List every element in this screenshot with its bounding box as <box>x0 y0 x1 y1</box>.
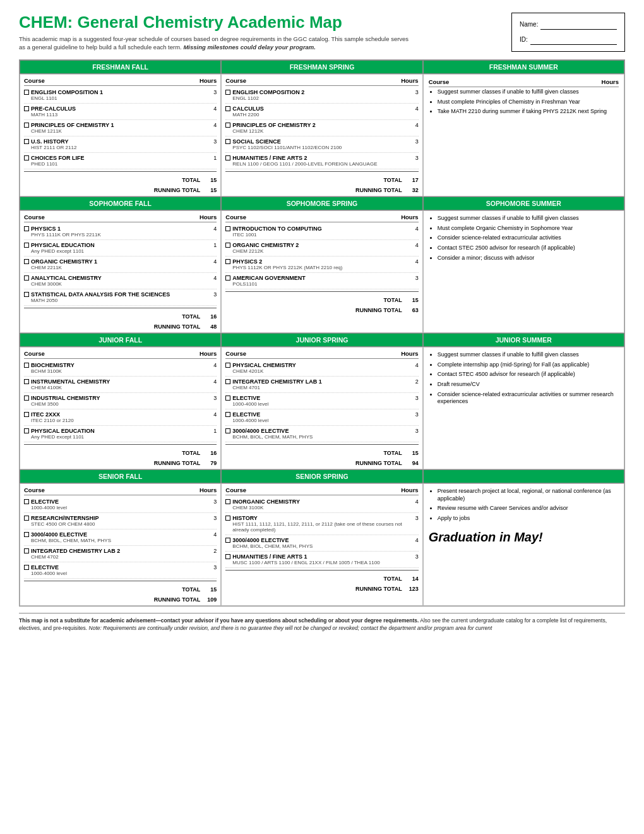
course-name: U.S. HISTORY <box>31 138 69 145</box>
course-name: ELECTIVE <box>31 499 59 505</box>
course-hours: 3 <box>410 138 419 145</box>
course-name: CALCULUS <box>232 106 264 112</box>
totals-section: TOTAL 15 RUNNING TOTAL 109 <box>24 581 217 603</box>
sof-hours-col: Hours <box>200 214 217 221</box>
table-row: ENGLISH COMPOSITION 1 ENGL 1101 3 <box>24 87 217 104</box>
course-name-block: ORGANIC CHEMISTRY 1 CHEM 2211K <box>24 258 208 270</box>
total-label: TOTAL <box>383 297 402 303</box>
list-item: Draft resume/CV <box>438 381 619 389</box>
course-hours: 3 <box>208 515 217 521</box>
course-checkbox <box>24 412 29 417</box>
course-checkbox <box>24 565 29 570</box>
table-row: ORGANIC CHEMISTRY 2 CHEM 2212K 4 <box>225 240 418 257</box>
course-name-block: 3000/4000 ELECTIVE BCHM, BIOL, CHEM, MAT… <box>24 531 208 543</box>
js-col-headers: Course Hours <box>225 350 418 359</box>
running-total-row: RUNNING TOTAL 15 <box>24 186 217 193</box>
list-item: Must complete Principles of Chemistry in… <box>438 99 619 106</box>
table-row: BIOCHEMISTRY BCHM 3100K 4 <box>24 360 217 377</box>
total-value: 15 <box>406 450 419 456</box>
course-hours: 4 <box>410 226 419 232</box>
course-checkbox <box>225 412 230 417</box>
course-name: INORGANIC CHEMISTRY <box>232 499 300 505</box>
course-name: HISTORY <box>232 515 258 521</box>
fs-course-col: Course <box>225 77 246 84</box>
id-label: ID: <box>520 33 528 46</box>
course-name-block: 3000/4000 ELECTIVE BCHM, BIOL, CHEM, MAT… <box>225 537 409 549</box>
course-name: PRE-CALCULUS <box>31 106 76 112</box>
ff-course-col: Course <box>24 77 45 84</box>
course-sub: PHYS 1112K OR PHYS 2212K (MATH 2210 req) <box>232 265 407 270</box>
course-hours: 1 <box>208 428 217 434</box>
table-row: INSTRUMENTAL CHEMISTRY CHEM 4100K 4 <box>24 377 217 393</box>
running-total-label: RUNNING TOTAL <box>355 586 402 592</box>
course-hours: 4 <box>410 537 419 543</box>
course-name: ORGANIC CHEMISTRY 2 <box>232 242 299 248</box>
course-main: 3000/4000 ELECTIVE <box>24 531 205 538</box>
name-id-block: Name: ID: <box>511 13 625 52</box>
total-label: TOTAL <box>182 586 200 593</box>
course-sub: ITEC 1001 <box>232 232 407 238</box>
senior-summer-body: Present research project at local, regio… <box>423 483 624 606</box>
fsu-course-col: Course <box>429 78 450 85</box>
list-item: Consider a minor; discuss with advisor <box>438 255 619 262</box>
course-name: STATISTICAL DATA ANALYSIS FOR THE SCIENC… <box>31 291 170 298</box>
course-sub: CHEM 3100K <box>232 505 407 511</box>
course-sub: 1000-4000 level <box>31 571 205 576</box>
subtitle-emphasis: Missing milestones could delay your prog… <box>183 44 316 51</box>
course-name-block: ELECTIVE 1000-4000 level <box>24 499 208 511</box>
course-name: BIOCHEMISTRY <box>31 362 75 368</box>
course-sub: ENGL 1101 <box>31 95 205 101</box>
course-hours: 4 <box>208 378 217 385</box>
freshman-fall-body: Course Hours ENGLISH COMPOSITION 1 ENGL … <box>20 74 221 196</box>
course-sub: BCHM, BIOL, CHEM, MATH, PHYS <box>232 434 407 440</box>
course-main: PHYSICS 2 <box>225 258 407 265</box>
course-name: PHYSICS 1 <box>31 226 61 232</box>
course-sub: BCHM 3100K <box>31 368 205 374</box>
running-total-value: 48 <box>204 323 217 330</box>
course-hours: 3 <box>208 138 217 145</box>
course-main: PRINCIPLES OF CHEMISTRY 2 <box>225 122 407 128</box>
course-name: CHOICES FOR LIFE <box>31 155 85 161</box>
total-row: TOTAL 17 <box>225 176 418 183</box>
totals-section: TOTAL 15 RUNNING TOTAL 63 <box>225 291 418 313</box>
course-checkbox <box>225 379 230 384</box>
page-title: CHEM: General Chemistry Academic Map <box>19 13 511 32</box>
sos-hours-col: Hours <box>401 214 418 221</box>
course-sub: PHED 1101 <box>31 161 205 167</box>
course-name: HUMANITIES / FINE ARTS 1 <box>232 553 307 560</box>
course-name-block: PHYSICS 2 PHYS 1112K OR PHYS 2212K (MATH… <box>225 258 409 270</box>
total-value: 16 <box>204 313 217 320</box>
total-value: 16 <box>204 450 217 456</box>
course-name-block: ANALYTICAL CHEMISTRY CHEM 3000K <box>24 275 208 287</box>
list-item: Suggest summer classes if unable to fulf… <box>438 88 619 96</box>
list-item: Suggest summer classes if unable to fulf… <box>438 351 619 359</box>
running-total-value: 63 <box>406 307 419 313</box>
course-hours: 3 <box>410 411 419 418</box>
course-hours: 4 <box>208 362 217 368</box>
course-name: PRINCIPLES OF CHEMISTRY 2 <box>232 122 316 128</box>
ss-hours-col: Hours <box>401 486 418 493</box>
course-checkbox <box>225 516 230 521</box>
course-name: HUMANITIES / FINE ARTS 2 <box>232 155 307 161</box>
course-sub: MATH 1113 <box>31 112 205 118</box>
table-row: CHOICES FOR LIFE PHED 1101 1 <box>24 153 217 169</box>
freshman-spring-header: FRESHMAN SPRING <box>221 60 422 74</box>
course-sub: POLS1101 <box>232 281 407 287</box>
course-name-block: CALCULUS MATH 2200 <box>225 106 409 118</box>
course-main: PRE-CALCULUS <box>24 106 205 112</box>
course-checkbox <box>225 275 230 281</box>
course-main: ELECTIVE <box>225 395 407 401</box>
course-name-block: PRINCIPLES OF CHEMISTRY 2 CHEM 1212K <box>225 122 409 134</box>
course-sub: MATH 2050 <box>31 298 205 303</box>
course-sub: CHEM 4201K <box>232 368 407 374</box>
course-main: AMERICAN GOVERNMENT <box>225 275 407 281</box>
course-name-block: INORGANIC CHEMISTRY CHEM 3100K <box>225 499 409 511</box>
header-area: CHEM: General Chemistry Academic Map Thi… <box>19 13 625 52</box>
course-sub: STEC 4500 OR CHEM 4800 <box>31 521 205 527</box>
total-value: 15 <box>406 297 419 303</box>
running-total-value: 109 <box>204 596 217 603</box>
course-checkbox <box>225 363 230 368</box>
senior-fall-body: Course Hours ELECTIVE 1000-4000 level 3 … <box>20 483 221 606</box>
course-name-block: ITEC 2XXX ITEC 2110 or 2120 <box>24 411 208 423</box>
course-checkbox <box>24 139 29 144</box>
